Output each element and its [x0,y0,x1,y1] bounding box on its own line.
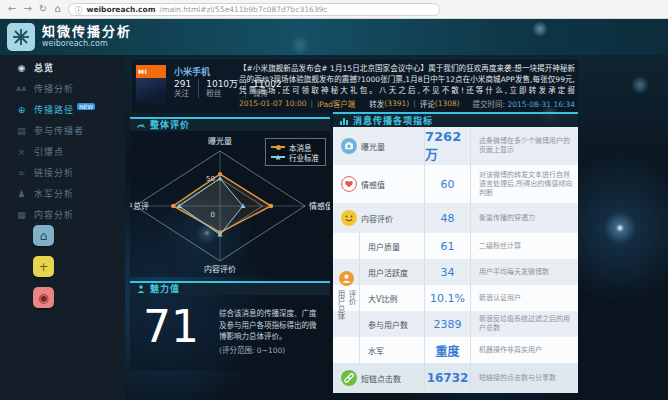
author-name-link[interactable]: 小米手机 [174,65,210,78]
metric-row-用户活跃度: 用户活跃度34用户平均每天发微博数 [333,259,578,285]
forward-icon[interactable]: → [23,4,31,14]
snowflake-logo-icon [11,27,31,47]
stat-label: 关注 [174,89,191,98]
page-info-icon[interactable]: ⓘ [75,4,83,15]
legend-item-行业标准[interactable]: 行业标准 [271,152,319,162]
radar-axis-label: 内容评价 [204,264,236,274]
metric-label-cell: 内容评价 [333,203,425,233]
participants-icon: ▤ [14,126,29,136]
metric-row-用户质量: 用户质量61二级粉丝计算 [333,233,578,259]
data-point [171,204,175,208]
weibo-action-button[interactable]: ◉ [33,287,54,308]
metric-label: 内容评价 [361,213,393,224]
radar-tick-label: 0 [211,211,215,219]
spread-metrics-header: 消息传播各项指标 [333,112,578,127]
charm-description: 综合该消息的传播深度、广度及参与用户各项指标得出的微博影响力总体评价。 (评分范… [219,308,323,356]
radar-axis-label: 情感值 [309,201,330,211]
metric-description: 衡量传播的穿透力 [471,214,578,223]
separator-dots: · · · [0,137,125,145]
metric-value: 61 [425,233,471,259]
metric-row-情感值: 情感值60对该微博的转发文本进行自然语言处理后,所得出的情感倾向判断 [333,165,578,203]
avatar[interactable]: MI [136,65,166,103]
url-bar[interactable]: ⓘ weiboreach.com /main.html#zl/55e411b9b… [68,3,440,16]
metric-row-参与用户数: 参与用户数2389新浪反垃圾系统过滤之后的用户总数 [333,311,578,337]
separator-dots: · · · [0,95,125,103]
metric-value: 48 [425,203,471,233]
back-icon[interactable]: ← [8,4,16,14]
metric-label: 参与用户数 [368,319,408,330]
metric-label: 水军 [368,345,384,356]
user-overall-group: 用户总体评价 [333,233,360,363]
app-logo [7,23,35,51]
metrics-table: 曝光量7262万这条微博在多少个微博用户的页面上显示情感值60对该微博的转发文本… [333,127,578,393]
repost-count: (3391) [384,99,409,108]
spread-analysis-icon: AA [14,85,29,92]
author-stat: 291关注 [174,79,199,98]
spread-metrics-panel: 消息传播各项指标 曝光量7262万这条微博在多少个微博用户的页面上显示情感值60… [333,112,578,393]
shortlink-icon [341,370,357,386]
charm-score: 71 [143,305,199,349]
stat-value: 1010万 [206,79,238,89]
legend-label: 行业标准 [289,152,319,163]
metric-label-cell: 曝光量 [333,127,425,165]
overall-evaluation-title: 整体评价 [150,119,190,131]
submit-time-value: 2015-08-31 16:34 [507,100,575,109]
trigger-icon: × [14,147,29,157]
user-overall-group-label: 用户总体评价 [335,290,357,326]
url-path: /main.html#zl/55e411b9b7c087d7bc31639c [160,5,328,14]
add-action-button[interactable]: + [33,256,54,277]
metric-description: 这条微博在多少个微博用户的页面上显示 [471,137,578,155]
heart-icon [341,176,357,192]
charm-desc-text: 综合该消息的传播深度、广度及参与用户各项指标得出的微博影响力总体评价。 [219,309,317,341]
spread-metrics-title: 消息传播各项指标 [353,115,433,127]
post-meta: 2015-01-07 10:00 | iPad客户端 转发 (3391) | 评… [239,98,575,109]
metric-value: 16732 [425,363,471,393]
content-icon: ▦ [14,210,29,220]
radar-tick-label: 50 [206,175,215,183]
home-action-button[interactable]: ⌂ [33,225,54,246]
post-source: iPad客户端 [317,98,355,109]
metric-label-cell: 短链点击数 [333,363,425,393]
legend-item-本消息[interactable]: 本消息 [271,142,319,152]
separator-dots: · · · [0,158,125,166]
metric-label: 情感值 [361,179,385,190]
charm-value-header: 魅力值 [130,281,330,295]
url-domain: weiboreach.com [87,5,156,14]
submit-time-label: 提交时间: [472,100,505,109]
metric-label: 用户活跃度 [368,267,408,278]
reload-icon[interactable]: ↻ [39,4,47,14]
new-badge: NEW [77,103,95,110]
metric-label: 短链点击数 [361,373,401,384]
data-point [218,172,222,176]
exposure-icon [341,138,357,154]
globe-path-icon: ⊕ [14,105,29,115]
charm-value-title: 魅力值 [150,283,180,295]
stat-label: 粉丝 [206,89,238,98]
metric-value: 34 [425,259,471,285]
metric-description: 机器操作非真实用户 [471,346,578,355]
link-icon: ∞ [14,168,29,178]
spammer-icon: ♟ [14,189,29,199]
home-icon[interactable]: ⌂ [54,4,60,14]
metric-description: 新浪认证用户 [471,294,578,303]
metric-row-短链点击数: 短链点击数16732短链接的点击数与分享数 [333,363,578,393]
metric-value: 10.1% [425,285,471,311]
metric-label: 大V比例 [368,293,397,304]
metric-value: 7262万 [425,127,471,165]
radar-axis-label: 用户总评 [130,201,149,211]
metric-row-大V比例: 大V比例10.1%新浪认证用户 [333,285,578,311]
separator-dots: · · · [0,221,125,229]
metric-description: 二级粉丝计算 [471,242,578,251]
eye-icon: ◉ [14,63,29,73]
meta-separator: | [413,99,416,108]
post-time: 2015-01-07 10:00 [239,99,307,108]
person-star-icon [136,284,146,294]
metric-value: 60 [425,165,471,203]
separator-dots: · · · [0,179,125,187]
repost-label: 转发 [369,98,384,109]
avatar-image [136,78,166,103]
smiley-icon [341,210,357,226]
charm-value-panel: 魅力值 71 综合该消息的传播深度、广度及参与用户各项指标得出的微博影响力总体评… [130,281,330,371]
radar-axis-label: 曝光量 [208,136,232,146]
metric-row-水军: 水军重度机器操作非真实用户 [333,337,578,363]
